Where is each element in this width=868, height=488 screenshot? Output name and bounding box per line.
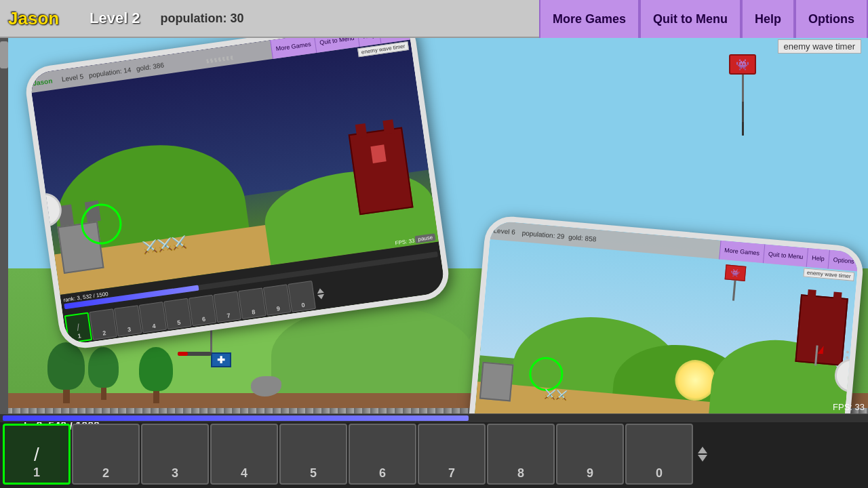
slot-2[interactable]: 2 <box>72 424 140 485</box>
slot-1[interactable]: / 1 <box>3 424 71 485</box>
player-name: Jason <box>8 8 62 29</box>
ph-right-units: ⚔️⚔️ <box>544 388 568 401</box>
scrollbar-thumb[interactable] <box>0 41 8 68</box>
slot-7-num: 7 <box>448 466 455 481</box>
slot-5-num: 5 <box>310 466 317 481</box>
quit-menu-button[interactable]: Quit to Menu <box>639 0 741 38</box>
hill-2 <box>271 305 475 407</box>
ph-left-slot-1-icon: / <box>76 322 80 333</box>
ph-right-population: population: 29 <box>521 228 565 239</box>
slot-4[interactable]: 4 <box>210 424 278 485</box>
ph-left-slot-7[interactable]: 7 <box>214 291 241 323</box>
phone-left-screen: ⚔️⚔️⚔️ Jason Level 5 population: 14 gold… <box>29 21 446 346</box>
ph-right-options[interactable]: Options <box>828 250 859 272</box>
ph-right-red-castle <box>795 294 848 366</box>
enemy-icon-top-right: 👾 <box>729 54 756 136</box>
ph-left-scroll-down[interactable] <box>317 294 325 300</box>
fps-counter: FPS: 33 <box>833 402 865 412</box>
slot-9-num: 9 <box>587 466 593 481</box>
tree-2 <box>88 347 119 400</box>
slot-0[interactable]: 0 <box>625 424 693 485</box>
ph-left-slot-1[interactable]: / 1 <box>64 312 92 344</box>
ph-right-gold: gold: 858 <box>568 232 597 243</box>
ph-right-flag <box>816 345 824 354</box>
scroll-down-arrow[interactable] <box>698 455 707 462</box>
slot-9[interactable]: 9 <box>556 424 624 485</box>
ph-left-slot-4[interactable]: 4 <box>139 302 167 333</box>
slot-4-num: 4 <box>241 466 248 481</box>
slot-6[interactable]: 6 <box>349 424 416 485</box>
unit-slots: / 1 2 3 4 5 6 7 8 <box>0 424 868 485</box>
slot-1-icon: / <box>34 444 39 466</box>
wave-timer-badge: enemy wave timer <box>778 39 861 54</box>
ph-left-scroll-up[interactable] <box>317 288 324 293</box>
slot-3[interactable]: 3 <box>141 424 209 485</box>
slot-scroll-arrows <box>696 424 709 485</box>
slot-7[interactable]: 7 <box>418 424 486 485</box>
ph-left-red-castle <box>349 127 414 215</box>
ph-right-quit[interactable]: Quit to Menu <box>763 244 808 267</box>
ph-left-population: population: 14 <box>88 66 132 79</box>
slot-0-num: 0 <box>656 466 663 481</box>
ph-left-slot-2[interactable]: 2 <box>89 308 117 340</box>
more-games-button[interactable]: More Games <box>539 0 639 38</box>
ph-right-enemy-flag: 👾 <box>723 264 746 301</box>
ph-left-player-name: Jason <box>33 77 53 87</box>
unit-health-bar <box>178 352 212 356</box>
slot-6-num: 6 <box>379 466 386 481</box>
ph-left-slot-6[interactable]: 6 <box>189 295 216 327</box>
slot-8-num: 8 <box>517 466 524 481</box>
ph-left-slot-5[interactable]: 5 <box>163 298 191 330</box>
phone-right-dots <box>846 350 850 359</box>
ph-right-help[interactable]: Help <box>806 248 829 269</box>
bottom-hud: rank: 2, 540 / 1000 / 1 2 3 4 5 6 <box>0 413 868 488</box>
population-display: population: 30 <box>161 12 244 26</box>
top-hud: Jason Level 2 population: 30 More Games … <box>0 0 868 38</box>
ph-right-level: Level 6 <box>493 226 515 236</box>
slot-1-num: 1 <box>33 466 40 480</box>
scroll-up-arrow[interactable] <box>698 447 707 453</box>
slot-2-num: 2 <box>102 466 109 481</box>
ph-left-slot-9[interactable]: 9 <box>263 284 291 316</box>
phone-left-mockup: ⚔️⚔️⚔️ Jason Level 5 population: 14 gold… <box>23 15 452 352</box>
tree-3 <box>139 347 173 403</box>
ph-left-level: Level 5 <box>61 73 83 83</box>
slot-3-num: 3 <box>172 466 178 481</box>
left-scrollbar[interactable] <box>0 38 8 413</box>
top-nav: More Games Quit to Menu Help Options <box>539 0 868 38</box>
slot-5[interactable]: 5 <box>279 424 347 485</box>
xp-bar-area <box>0 414 868 422</box>
ph-right-more-games[interactable]: More Games <box>719 241 764 264</box>
xp-bar-fill <box>3 415 469 421</box>
slot-8[interactable]: 8 <box>487 424 555 485</box>
level-display: Level 2 <box>90 9 140 27</box>
tree-1 <box>47 342 85 403</box>
ph-right-castle-left <box>479 359 517 402</box>
ph-left-gold: gold: 386 <box>136 61 164 73</box>
ph-left-slot-1-num: 1 <box>77 332 81 340</box>
ph-left-slot-3[interactable]: 3 <box>114 305 142 337</box>
help-button[interactable]: Help <box>741 0 795 38</box>
ph-left-slot-0[interactable]: 0 <box>288 281 315 312</box>
ph-left-slot-8[interactable]: 8 <box>238 287 266 319</box>
options-button[interactable]: Options <box>795 0 868 38</box>
